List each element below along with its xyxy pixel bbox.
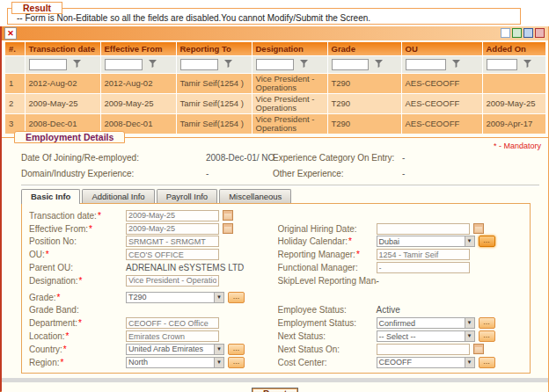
cell-num: 2 xyxy=(5,94,25,114)
employment-status-lookup-button[interactable]: ... xyxy=(479,317,495,329)
field-label: Holiday Calendar:* xyxy=(278,236,377,246)
next-status-on-input[interactable] xyxy=(377,344,470,355)
field-label: Department:* xyxy=(29,318,126,328)
cell-grade: T290 xyxy=(327,114,401,134)
filter-ou-input[interactable] xyxy=(406,59,446,70)
holiday-calendar-select[interactable]: Dubai xyxy=(377,236,475,247)
position-no-input[interactable] xyxy=(126,236,219,247)
cell-designation: Vice President - Operations xyxy=(252,114,327,134)
field-label: Location:* xyxy=(29,331,126,341)
filter-funnel-icon[interactable] xyxy=(149,60,157,69)
functional-manager-input[interactable] xyxy=(377,262,470,273)
next-status-select[interactable]: -- Select -- xyxy=(377,330,475,342)
region-select[interactable]: North xyxy=(126,357,224,368)
parent-ou-field: Parent OU: ADRENALIN eSYSTEMS LTD xyxy=(29,261,278,274)
field-label: Country:* xyxy=(29,345,126,354)
col-reporting-to: Reporting To xyxy=(176,42,252,56)
country-lookup-button[interactable]: ... xyxy=(228,344,245,355)
ou-field: OU:* xyxy=(29,248,278,261)
exp-category-label: Experience Category On Entry: xyxy=(273,150,402,166)
employment-summary: Date Of Joining/Re-employed: 2008-Dec-01… xyxy=(2,150,548,182)
original-hiring-date-input[interactable] xyxy=(377,223,470,235)
employment-status-select[interactable]: Confirmed xyxy=(377,317,475,329)
field-label: Employment Status: xyxy=(278,318,377,328)
filter-funnel-icon[interactable] xyxy=(224,60,232,69)
reporting-manager-input[interactable] xyxy=(377,249,470,260)
table-row[interactable]: 2 2009-May-25 2009-May-25 Tamir Seif(125… xyxy=(5,94,545,114)
tab-miscellaneous[interactable]: Miscellaneous xyxy=(219,189,291,203)
department-field: Department:* xyxy=(29,316,278,330)
table-row[interactable]: 1 2012-Aug-02 2012-Aug-02 Tamir Seif(125… xyxy=(5,74,545,94)
filter-transaction-date-input[interactable] xyxy=(29,59,67,70)
grade-lookup-button[interactable]: ... xyxy=(228,292,245,303)
filter-funnel-icon[interactable] xyxy=(375,60,383,69)
cell-num: 1 xyxy=(5,74,25,94)
result-message: -- Form is Non-Editable so all the field… xyxy=(8,9,520,23)
department-input[interactable] xyxy=(126,317,219,329)
divider-band xyxy=(2,378,548,382)
cost-center-select[interactable]: CEOOFF xyxy=(377,357,475,368)
field-label: Functional Manager: xyxy=(278,263,377,272)
cell-effective-from: 2009-May-25 xyxy=(100,94,176,114)
calendar-icon[interactable] xyxy=(223,210,233,221)
cost-center-lookup-button[interactable]: ... xyxy=(479,357,495,368)
filter-added-on-input[interactable] xyxy=(487,59,517,70)
location-input[interactable] xyxy=(126,330,219,342)
transaction-date-input[interactable] xyxy=(126,210,219,221)
field-label: Region:* xyxy=(29,358,126,367)
tab-basic-info[interactable]: Basic Info xyxy=(21,189,80,204)
filter-funnel-icon[interactable] xyxy=(452,60,460,69)
calendar-icon[interactable] xyxy=(473,344,484,354)
calendar-icon[interactable] xyxy=(473,223,484,234)
cell-grade: T290 xyxy=(327,94,401,114)
col-grade: Grade xyxy=(327,42,401,56)
col-transaction-date: Transaction date xyxy=(25,42,100,56)
parent-ou-value: ADRENALIN eSYSTEMS LTD xyxy=(126,263,244,272)
filter-designation-input[interactable] xyxy=(256,59,294,70)
filter-funnel-icon[interactable] xyxy=(73,60,81,69)
designation-input[interactable] xyxy=(126,275,219,287)
reset-button[interactable]: Reset xyxy=(252,388,298,392)
filter-funnel-icon[interactable] xyxy=(523,60,531,69)
pdf-export-icon[interactable] xyxy=(535,28,545,38)
close-icon[interactable]: ✕ xyxy=(4,27,17,40)
designation-field: Designation:* xyxy=(29,274,278,287)
effective-from-input[interactable] xyxy=(126,223,219,235)
field-label: Transaction date:* xyxy=(29,211,126,221)
cell-added-on: 2009-Apr-17 xyxy=(482,114,545,134)
calendar-icon[interactable] xyxy=(223,223,233,234)
other-exp-label: Other Experience: xyxy=(273,166,402,182)
skiplevel-manager-value: - xyxy=(377,276,379,286)
filter-effective-from-input[interactable] xyxy=(105,59,143,70)
field-label: Effective From:* xyxy=(29,224,126,234)
region-lookup-button[interactable]: ... xyxy=(228,357,245,368)
filter-funnel-icon[interactable] xyxy=(300,60,308,69)
excel-export-icon[interactable] xyxy=(512,28,522,38)
form-left-column: Transaction date:* Effective From:* Posi… xyxy=(29,209,278,369)
position-no-field: Position No: xyxy=(29,236,278,249)
field-label: Employee Status: xyxy=(278,305,377,315)
holiday-calendar-lookup-button[interactable]: ... xyxy=(479,236,495,247)
field-label: Position No: xyxy=(29,236,126,246)
word-export-icon[interactable] xyxy=(523,28,533,38)
field-label: Cost Center: xyxy=(278,358,377,367)
cell-effective-from: 2012-Aug-02 xyxy=(100,74,176,94)
tab-payroll-info[interactable]: Payroll Info xyxy=(157,189,218,203)
cell-transaction-date: 2012-Aug-02 xyxy=(25,74,100,94)
cell-reporting-to: Tamir Seif(1254 ) xyxy=(176,94,252,114)
doj-label: Date Of Joining/Re-employed: xyxy=(21,150,206,166)
tab-additional-info[interactable]: Additional Info xyxy=(82,189,154,203)
new-doc-icon[interactable] xyxy=(501,28,510,38)
next-status-lookup-button[interactable]: ... xyxy=(479,330,495,342)
filter-grade-input[interactable] xyxy=(332,59,369,70)
region-field: Region:* North ... xyxy=(29,356,278,369)
country-select[interactable]: United Arab Emirates xyxy=(126,344,224,355)
next-status-on-field: Next Status On: xyxy=(278,343,527,356)
cell-reporting-to: Tamir Seif(1254 ) xyxy=(176,114,252,134)
filter-reporting-to-input[interactable] xyxy=(180,59,218,70)
ou-input[interactable] xyxy=(126,249,219,260)
grade-select[interactable]: T290 xyxy=(126,292,224,303)
cell-added-on: 2009-May-25 xyxy=(482,94,545,114)
doj-value: 2008-Dec-01/ NO xyxy=(206,150,273,166)
field-label: Designation:* xyxy=(29,276,126,286)
